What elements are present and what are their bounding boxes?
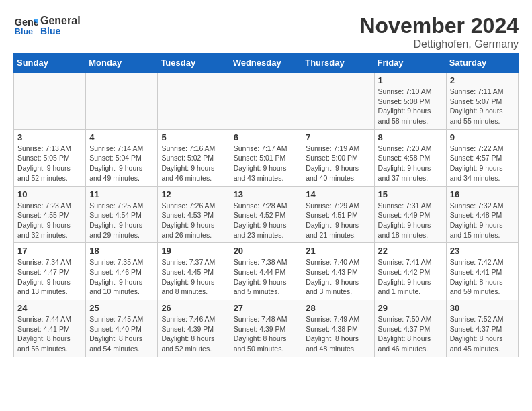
calendar-cell: 13Sunrise: 7:28 AM Sunset: 4:52 PM Dayli… xyxy=(230,186,302,243)
month-title: November 2024 xyxy=(359,13,519,38)
day-number: 6 xyxy=(234,132,299,142)
day-number: 30 xyxy=(450,303,515,313)
day-info: Sunrise: 7:16 AM Sunset: 5:02 PM Dayligh… xyxy=(161,144,226,183)
day-number: 15 xyxy=(378,189,443,199)
calendar-cell: 28Sunrise: 7:49 AM Sunset: 4:38 PM Dayli… xyxy=(302,300,374,357)
calendar-cell xyxy=(230,73,302,130)
calendar-cell: 27Sunrise: 7:48 AM Sunset: 4:39 PM Dayli… xyxy=(230,300,302,357)
calendar-cell: 21Sunrise: 7:40 AM Sunset: 4:43 PM Dayli… xyxy=(302,243,374,300)
calendar-cell: 26Sunrise: 7:46 AM Sunset: 4:39 PM Dayli… xyxy=(158,300,230,357)
calendar-cell: 2Sunrise: 7:11 AM Sunset: 5:07 PM Daylig… xyxy=(446,73,518,130)
day-info: Sunrise: 7:44 AM Sunset: 4:41 PM Dayligh… xyxy=(17,314,82,354)
calendar-cell: 11Sunrise: 7:25 AM Sunset: 4:54 PM Dayli… xyxy=(86,186,158,243)
day-info: Sunrise: 7:49 AM Sunset: 4:38 PM Dayligh… xyxy=(306,314,370,354)
day-number: 5 xyxy=(161,132,226,142)
day-info: Sunrise: 7:29 AM Sunset: 4:51 PM Dayligh… xyxy=(306,201,370,240)
day-number: 17 xyxy=(17,246,82,256)
day-number: 8 xyxy=(378,132,443,142)
day-info: Sunrise: 7:11 AM Sunset: 5:07 PM Dayligh… xyxy=(450,87,515,126)
day-number: 27 xyxy=(234,303,299,313)
day-number: 26 xyxy=(161,303,226,313)
day-info: Sunrise: 7:23 AM Sunset: 4:55 PM Dayligh… xyxy=(17,201,82,240)
day-info: Sunrise: 7:48 AM Sunset: 4:39 PM Dayligh… xyxy=(234,314,299,354)
day-number: 23 xyxy=(450,246,515,256)
logo-icon: General Blue xyxy=(13,13,38,38)
calendar-cell: 3Sunrise: 7:13 AM Sunset: 5:05 PM Daylig… xyxy=(14,129,86,186)
logo: General Blue General Blue xyxy=(13,13,81,38)
day-info: Sunrise: 7:28 AM Sunset: 4:52 PM Dayligh… xyxy=(234,201,299,240)
header-monday: Monday xyxy=(86,54,158,73)
title-section: November 2024 Dettighofen, Germany xyxy=(359,13,519,50)
day-number: 24 xyxy=(17,303,82,313)
day-info: Sunrise: 7:14 AM Sunset: 5:04 PM Dayligh… xyxy=(89,144,154,183)
day-info: Sunrise: 7:10 AM Sunset: 5:08 PM Dayligh… xyxy=(378,87,443,126)
day-info: Sunrise: 7:38 AM Sunset: 4:44 PM Dayligh… xyxy=(234,257,299,297)
header-sunday: Sunday xyxy=(14,54,86,73)
day-info: Sunrise: 7:17 AM Sunset: 5:01 PM Dayligh… xyxy=(234,144,299,183)
calendar-cell: 20Sunrise: 7:38 AM Sunset: 4:44 PM Dayli… xyxy=(230,243,302,300)
calendar-cell xyxy=(14,73,86,130)
calendar-cell: 6Sunrise: 7:17 AM Sunset: 5:01 PM Daylig… xyxy=(230,129,302,186)
calendar-cell: 24Sunrise: 7:44 AM Sunset: 4:41 PM Dayli… xyxy=(14,300,86,357)
day-info: Sunrise: 7:46 AM Sunset: 4:39 PM Dayligh… xyxy=(161,314,226,354)
day-number: 14 xyxy=(306,189,370,199)
day-number: 3 xyxy=(17,132,82,142)
day-info: Sunrise: 7:19 AM Sunset: 5:00 PM Dayligh… xyxy=(306,144,370,183)
day-info: Sunrise: 7:25 AM Sunset: 4:54 PM Dayligh… xyxy=(89,201,154,240)
day-number: 7 xyxy=(306,132,370,142)
calendar-cell: 14Sunrise: 7:29 AM Sunset: 4:51 PM Dayli… xyxy=(302,186,374,243)
day-number: 22 xyxy=(378,246,443,256)
day-info: Sunrise: 7:22 AM Sunset: 4:57 PM Dayligh… xyxy=(450,144,515,183)
day-number: 20 xyxy=(234,246,299,256)
day-number: 4 xyxy=(89,132,154,142)
day-info: Sunrise: 7:20 AM Sunset: 4:58 PM Dayligh… xyxy=(378,144,443,183)
day-info: Sunrise: 7:34 AM Sunset: 4:47 PM Dayligh… xyxy=(17,257,82,297)
calendar-week-5: 24Sunrise: 7:44 AM Sunset: 4:41 PM Dayli… xyxy=(14,300,519,357)
header-thursday: Thursday xyxy=(302,54,374,73)
calendar-cell: 17Sunrise: 7:34 AM Sunset: 4:47 PM Dayli… xyxy=(14,243,86,300)
day-number: 2 xyxy=(450,75,515,85)
day-number: 28 xyxy=(306,303,370,313)
day-number: 11 xyxy=(89,189,154,199)
day-number: 25 xyxy=(89,303,154,313)
header-wednesday: Wednesday xyxy=(230,54,302,73)
calendar-week-3: 10Sunrise: 7:23 AM Sunset: 4:55 PM Dayli… xyxy=(14,186,519,243)
svg-text:General: General xyxy=(15,17,38,28)
header-tuesday: Tuesday xyxy=(158,54,230,73)
calendar-header-row: SundayMondayTuesdayWednesdayThursdayFrid… xyxy=(14,54,519,73)
day-number: 9 xyxy=(450,132,515,142)
calendar-cell xyxy=(302,73,374,130)
calendar-cell: 23Sunrise: 7:42 AM Sunset: 4:41 PM Dayli… xyxy=(446,243,518,300)
day-number: 29 xyxy=(378,303,443,313)
calendar-cell xyxy=(158,73,230,130)
day-number: 19 xyxy=(161,246,226,256)
day-info: Sunrise: 7:31 AM Sunset: 4:49 PM Dayligh… xyxy=(378,201,443,240)
day-number: 18 xyxy=(89,246,154,256)
day-info: Sunrise: 7:45 AM Sunset: 4:40 PM Dayligh… xyxy=(89,314,154,354)
header-friday: Friday xyxy=(374,54,446,73)
day-number: 12 xyxy=(161,189,226,199)
day-info: Sunrise: 7:35 AM Sunset: 4:46 PM Dayligh… xyxy=(89,257,154,297)
calendar-cell: 8Sunrise: 7:20 AM Sunset: 4:58 PM Daylig… xyxy=(374,129,446,186)
calendar-week-2: 3Sunrise: 7:13 AM Sunset: 5:05 PM Daylig… xyxy=(14,129,519,186)
day-info: Sunrise: 7:37 AM Sunset: 4:45 PM Dayligh… xyxy=(161,257,226,297)
day-info: Sunrise: 7:50 AM Sunset: 4:37 PM Dayligh… xyxy=(378,314,443,354)
calendar-cell: 19Sunrise: 7:37 AM Sunset: 4:45 PM Dayli… xyxy=(158,243,230,300)
calendar-week-4: 17Sunrise: 7:34 AM Sunset: 4:47 PM Dayli… xyxy=(14,243,519,300)
calendar-cell: 7Sunrise: 7:19 AM Sunset: 5:00 PM Daylig… xyxy=(302,129,374,186)
calendar-cell: 29Sunrise: 7:50 AM Sunset: 4:37 PM Dayli… xyxy=(374,300,446,357)
calendar-cell: 4Sunrise: 7:14 AM Sunset: 5:04 PM Daylig… xyxy=(86,129,158,186)
day-info: Sunrise: 7:41 AM Sunset: 4:42 PM Dayligh… xyxy=(378,257,443,297)
logo-general: General xyxy=(40,15,81,27)
svg-text:Blue: Blue xyxy=(15,27,33,36)
logo-blue: Blue xyxy=(40,26,81,36)
calendar-cell: 30Sunrise: 7:52 AM Sunset: 4:37 PM Dayli… xyxy=(446,300,518,357)
day-number: 16 xyxy=(450,189,515,199)
day-info: Sunrise: 7:40 AM Sunset: 4:43 PM Dayligh… xyxy=(306,257,370,297)
calendar-cell: 18Sunrise: 7:35 AM Sunset: 4:46 PM Dayli… xyxy=(86,243,158,300)
day-number: 10 xyxy=(17,189,82,199)
calendar-cell: 9Sunrise: 7:22 AM Sunset: 4:57 PM Daylig… xyxy=(446,129,518,186)
calendar-cell: 15Sunrise: 7:31 AM Sunset: 4:49 PM Dayli… xyxy=(374,186,446,243)
day-number: 21 xyxy=(306,246,370,256)
day-info: Sunrise: 7:13 AM Sunset: 5:05 PM Dayligh… xyxy=(17,144,82,183)
